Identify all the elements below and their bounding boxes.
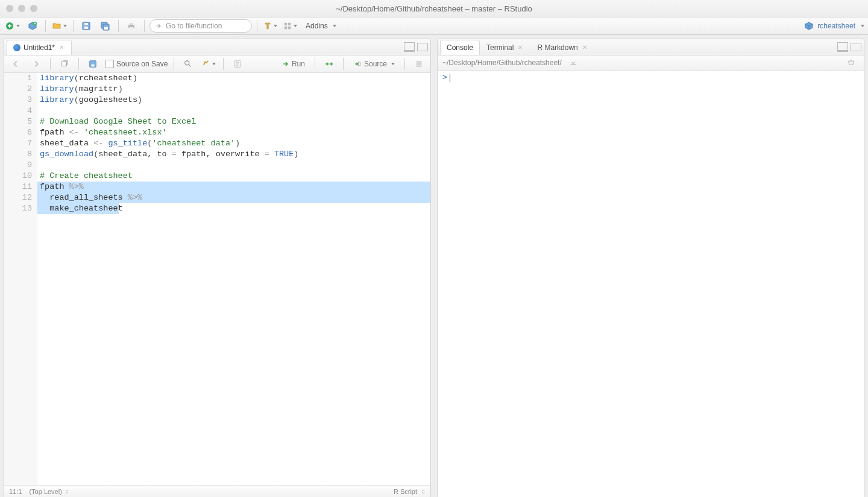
code-area[interactable]: library(rcheatsheet)library(magrittr)lib… [37,73,430,214]
tab-rmarkdown[interactable]: R Markdown ✕ [530,40,594,55]
code-line[interactable]: # Create cheatsheet [37,171,133,182]
code-line[interactable]: # Download Google Sheet to Excel [37,116,196,127]
cursor-position: 11:1 [9,488,22,495]
toolbar-separator [315,58,315,70]
r-file-icon [13,44,20,51]
source-tab-strip: Untitled1* ✕ [4,39,430,55]
svg-rect-16 [285,27,287,29]
code-line[interactable] [37,106,40,116]
view-wd-button[interactable] [565,56,581,69]
source-toolbar: Source on Save Run Source [4,55,430,73]
code-line[interactable]: fpath %>% [37,182,84,192]
workspace: Untitled1* ✕ Source on Save [0,35,868,497]
updown-icon [64,489,69,494]
tab-rmarkdown-label: R Markdown [537,43,577,52]
checkbox-icon[interactable] [105,60,114,68]
window-title: ~/Desktop/Home/Github/rcheatsheet – mast… [0,4,868,13]
save-source-button[interactable] [85,57,101,71]
toolbar-separator [144,20,145,32]
file-type-selector[interactable]: R Script [394,488,426,495]
maximize-pane-icon[interactable] [851,43,861,51]
toolbar-separator [73,20,74,32]
back-button[interactable] [8,57,24,71]
title-bar: ~/Desktop/Home/Github/rcheatsheet – mast… [0,0,868,17]
code-tools-button[interactable] [201,57,217,71]
svg-rect-14 [285,23,287,25]
chevron-down-icon [63,25,67,27]
code-line[interactable]: library(googlesheets) [37,95,142,106]
svg-rect-17 [288,27,291,29]
forward-button[interactable] [28,57,44,71]
code-line[interactable]: library(magrittr) [37,84,123,95]
rerun-button[interactable] [321,57,337,71]
scope-label: (Top Level) [29,488,61,495]
minimize-pane-icon[interactable] [404,42,415,52]
svg-rect-4 [84,27,88,29]
source-on-save-label: Source on Save [116,60,168,68]
svg-rect-19 [61,62,67,66]
main-toolbar: Go to file/function Addins rcheatsheet [0,17,868,35]
tab-terminal[interactable]: Terminal ✕ [480,40,530,55]
svg-rect-21 [91,65,94,67]
code-line[interactable]: fpath <- 'cheatsheet.xlsx' [37,127,167,138]
svg-rect-5 [84,23,88,25]
grid-button[interactable] [282,19,298,33]
console-body[interactable]: > [438,71,864,497]
toolbar-separator [174,58,174,70]
new-file-button[interactable] [4,19,21,33]
code-line[interactable] [37,160,40,171]
console-panel: Console Terminal ✕ R Markdown ✕ ~/Deskto… [437,39,864,497]
source-pane: Untitled1* ✕ Source on Save [0,35,432,497]
close-icon[interactable]: ✕ [517,44,524,51]
project-switcher[interactable]: rcheatsheet [804,21,864,31]
source-button[interactable]: Source [350,57,398,71]
console-working-dir: ~/Desktop/Home/Github/rcheatsheet/ [442,59,562,67]
file-type-label: R Script [394,488,417,495]
source-tab-filename: Untitled1* [24,43,55,52]
code-line[interactable]: gs_download(sheet_data, to = fpath, over… [37,149,298,160]
source-tab[interactable]: Untitled1* ✕ [7,40,72,55]
source-panel: Untitled1* ✕ Source on Save [4,39,431,497]
show-in-new-window-button[interactable] [57,57,72,71]
code-line[interactable]: sheet_data <- gs_title('cheatsheet data'… [37,138,240,149]
tools-button[interactable] [262,19,278,33]
save-all-button[interactable] [98,19,113,33]
goto-file-function-input[interactable]: Go to file/function [149,19,252,33]
source-window-controls [404,42,428,52]
tab-console[interactable]: Console [440,40,480,55]
clear-console-button[interactable] [843,56,859,69]
code-line[interactable]: read_all_sheets %>% [37,192,142,203]
source-on-save-toggle[interactable]: Source on Save [105,60,168,68]
code-line[interactable]: library(rcheatsheet) [37,73,137,84]
maximize-pane-icon[interactable] [417,43,428,51]
open-file-button[interactable] [51,19,68,33]
save-button[interactable] [78,19,94,33]
tab-terminal-label: Terminal [486,43,514,52]
arrow-right-icon [155,22,162,30]
chevron-down-icon [391,63,395,65]
code-editor[interactable]: 12345678910111213 library(rcheatsheet)li… [4,73,430,485]
run-button[interactable]: Run [278,57,309,71]
print-button[interactable] [124,19,139,33]
code-line[interactable]: make_cheatsheet [37,203,123,214]
addins-button[interactable]: Addins [302,19,340,33]
find-button[interactable] [180,57,196,71]
toolbar-separator [118,20,119,32]
new-project-button[interactable] [25,19,40,33]
svg-rect-24 [358,62,360,66]
source-status-bar: 11:1 (Top Level) R Script [4,485,430,497]
close-icon[interactable]: ✕ [581,44,588,51]
updown-icon [421,489,426,494]
minimize-pane-icon[interactable] [837,42,848,52]
console-window-controls [837,42,861,52]
compile-report-button[interactable] [230,57,245,71]
toolbar-separator [50,58,51,70]
toolbar-separator [223,58,224,70]
console-tab-strip: Console Terminal ✕ R Markdown ✕ [438,39,864,55]
toolbar-separator [78,58,79,70]
scope-selector[interactable]: (Top Level) [29,488,69,495]
close-icon[interactable]: ✕ [58,44,65,51]
chevron-down-icon [16,25,20,27]
outline-button[interactable] [411,57,427,71]
addins-label: Addins [306,22,328,30]
